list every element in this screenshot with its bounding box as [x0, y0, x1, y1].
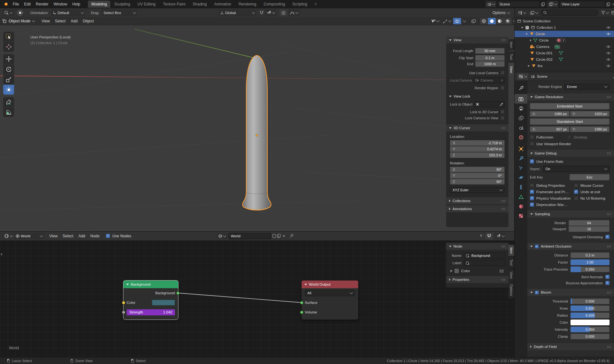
active-tool-icon[interactable]	[3, 10, 14, 16]
properties-tab-output[interactable]	[515, 104, 527, 113]
view-layer-browse-button[interactable]	[547, 1, 558, 7]
tool-gizmo-icon[interactable]	[17, 10, 23, 16]
node-properties-header[interactable]: Properties	[446, 276, 508, 283]
background-color-swatch[interactable]	[152, 300, 175, 305]
workspace-tab-animation[interactable]: Animation	[211, 1, 235, 8]
snap-toggle-icon[interactable]	[259, 11, 264, 15]
npanel-view-header[interactable]: View	[446, 36, 508, 44]
ao-distance-field[interactable]: 0.2 m	[571, 252, 610, 258]
node-menu-view[interactable]: View	[47, 234, 60, 238]
proportional-falloff-dropdown[interactable]	[288, 10, 300, 16]
deprecation-warnings-checkbox[interactable]	[530, 202, 534, 207]
ambient-occlusion-header[interactable]: Ambient Occlusion	[527, 243, 614, 250]
node-tab-view[interactable]: View	[508, 269, 514, 281]
fake-user-shield-icon[interactable]	[272, 234, 276, 238]
outliner-row-circle-active[interactable]: Circle	[515, 31, 614, 37]
overlays-toggle[interactable]	[453, 18, 461, 24]
collection-checkbox[interactable]	[525, 26, 529, 29]
local-camera-field[interactable]: Camera ×	[474, 77, 505, 83]
properties-editor-type-dropdown[interactable]	[517, 73, 528, 80]
no-ui-flickering-checkbox[interactable]	[574, 196, 578, 200]
options-dropdown[interactable]: Options	[492, 11, 510, 15]
properties-tab-object-data[interactable]	[515, 192, 527, 202]
node-background-header[interactable]: Background	[123, 281, 178, 288]
standalone-y-field[interactable]: Y:1080 px	[570, 126, 610, 132]
material-badge[interactable]: 2	[556, 38, 566, 43]
bent-normals-checkbox[interactable]	[605, 275, 610, 279]
properties-tab-physics[interactable]	[515, 173, 527, 182]
tab-tool[interactable]: Tool	[508, 51, 514, 62]
tool-measure[interactable]	[3, 107, 14, 117]
node-snap-target-dropdown[interactable]	[495, 233, 506, 239]
workspace-tab-rendering[interactable]: Rendering	[235, 1, 260, 8]
proportional-editing-icon[interactable]	[279, 9, 287, 16]
overlays-dropdown[interactable]	[462, 18, 467, 24]
eye-icon[interactable]	[606, 26, 611, 29]
workspace-tab-sculpting[interactable]: Sculpting	[111, 1, 133, 8]
outliner-row-fire[interactable]: fire	[515, 63, 614, 69]
tool-annotate[interactable]	[3, 97, 14, 107]
scene-name-field[interactable]: Scene	[498, 1, 540, 7]
properties-tab-tool[interactable]	[515, 83, 527, 93]
menu-file[interactable]: File	[10, 2, 21, 6]
properties-tab-material[interactable]	[515, 202, 527, 211]
npanel-annotations-header[interactable]: Annotations	[446, 205, 508, 212]
workspace-tab-uv-editing[interactable]: UV Editing	[134, 1, 159, 8]
background-strength-socket[interactable]	[122, 311, 125, 314]
use-local-camera-checkbox[interactable]	[500, 71, 505, 75]
tool-scale[interactable]	[3, 75, 14, 84]
new-collection-button[interactable]	[611, 11, 614, 15]
transform-orientation-dropdown[interactable]: Global	[218, 10, 256, 16]
ao-factor-slider[interactable]: 2.00	[571, 259, 610, 265]
embedded-y-field[interactable]: Y:1920 px	[570, 111, 610, 117]
desktop-checkbox[interactable]	[567, 135, 571, 139]
node-name-field[interactable]: Background	[464, 253, 505, 258]
outliner-filter-dropdown[interactable]	[600, 10, 610, 16]
pin-icon[interactable]	[290, 234, 294, 238]
properties-tab-texture[interactable]	[515, 211, 527, 221]
gizmos-dropdown[interactable]	[441, 18, 453, 24]
game-resolution-header[interactable]: Game Resolution	[527, 93, 614, 100]
shading-material-button[interactable]	[496, 18, 504, 24]
color-presets-icon[interactable]	[500, 269, 504, 273]
node-canvas[interactable]: Background Background Color Strength 1.0…	[0, 240, 514, 357]
eye-icon[interactable]	[606, 45, 611, 48]
sampling-viewport-field[interactable]: 16	[569, 226, 610, 232]
bloom-threshold-slider[interactable]: 0.500	[571, 298, 610, 304]
eye-icon[interactable]	[606, 51, 611, 55]
world-unlink-button[interactable]: ×	[282, 233, 286, 238]
node-menu-node[interactable]: Node	[88, 234, 102, 238]
lock-3d-cursor-checkbox[interactable]	[500, 110, 505, 114]
tool-cursor[interactable]	[3, 42, 14, 52]
background-strength-slider[interactable]: Strength 1.042	[127, 309, 175, 315]
camera-data-badge[interactable]	[554, 45, 560, 49]
menu-edit[interactable]: Edit	[21, 2, 33, 6]
node-panel-header[interactable]: Node	[446, 243, 508, 250]
world-name-field[interactable]: World	[228, 233, 271, 239]
app-logo-icon[interactable]	[3, 2, 8, 6]
background-color-socket[interactable]	[122, 301, 125, 305]
orientation-dropdown[interactable]: Default	[51, 10, 85, 16]
world-output-volume-socket[interactable]	[300, 311, 303, 314]
tool-rotate[interactable]	[3, 64, 14, 74]
world-browse-button[interactable]	[217, 233, 227, 239]
node-tab-item[interactable]: Item	[508, 245, 514, 256]
bloom-knee-slider[interactable]: 0.500	[571, 305, 610, 311]
properties-tab-view-layer[interactable]	[515, 113, 527, 123]
rotation-mode-dropdown[interactable]: XYZ Euler	[450, 187, 505, 193]
vsync-dropdown[interactable]: On	[543, 166, 610, 172]
eye-icon[interactable]	[606, 64, 611, 67]
fullscreen-checkbox[interactable]	[530, 135, 534, 139]
view-layer-copy-icon[interactable]	[606, 2, 610, 6]
outliner-search-input[interactable]	[541, 10, 598, 16]
sampling-header[interactable]: Sampling	[527, 210, 614, 218]
tool-move[interactable]	[3, 54, 14, 64]
parent-up-icon[interactable]	[479, 234, 483, 238]
rocket-object[interactable]	[237, 53, 278, 213]
standalone-x-field[interactable]: X:607 px	[530, 126, 570, 132]
view-layer-remove-button[interactable]: ×	[611, 2, 614, 7]
menu-render[interactable]: Render	[33, 2, 51, 6]
properties-tab-object[interactable]	[515, 144, 527, 154]
viewport-menu-object[interactable]: Object	[80, 19, 97, 23]
mode-dropdown[interactable]: Object Mode	[3, 19, 35, 23]
